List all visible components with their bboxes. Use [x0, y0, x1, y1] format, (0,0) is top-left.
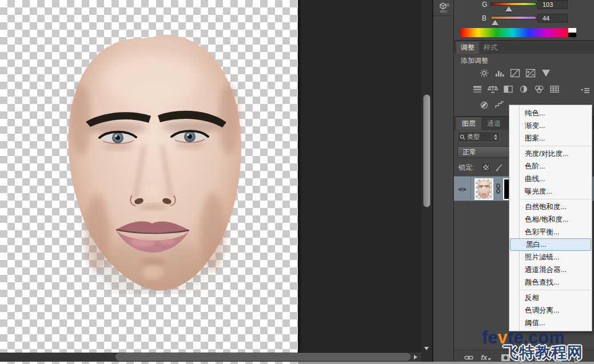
properties-panel-icon[interactable] — [438, 1, 451, 15]
link-layers-icon[interactable] — [463, 353, 475, 362]
black-white-icon[interactable] — [502, 84, 515, 94]
panel-divider — [454, 40, 594, 41]
menu-separator — [520, 290, 591, 290]
tab-layers[interactable]: 图层 — [456, 117, 481, 130]
new-adjustment-layer-menu: 纯色... 渐变... 图案... 亮度/对比度... 色阶... 曲线... … — [509, 105, 592, 331]
color-balance-icon[interactable] — [487, 84, 499, 94]
menu-item-curves[interactable]: 曲线... — [509, 173, 592, 185]
menu-item-levels[interactable]: 色阶... — [509, 160, 592, 173]
face-image — [57, 29, 252, 294]
channel-mixer-icon[interactable] — [533, 84, 545, 94]
tab-styles[interactable]: 样式 — [479, 42, 502, 54]
white-swatch[interactable] — [568, 28, 576, 33]
photoshop-window: G 103 B 44 调整 样式 添加调整 — [0, 0, 594, 364]
document-edge-shadow — [298, 0, 302, 364]
scroll-right-arrow-icon[interactable] — [414, 355, 417, 359]
layer-thumbnail[interactable] — [475, 178, 493, 200]
color-lookup-icon[interactable] — [548, 84, 561, 94]
add-adjustment-label: 添加调整 — [461, 56, 488, 66]
tab-adjustments[interactable]: 调整 — [456, 42, 479, 54]
menu-separator — [520, 146, 591, 146]
fevte-watermark: fevte.com 飞特教程网 — [482, 329, 583, 361]
menu-item-gradient[interactable]: 渐变... — [509, 119, 592, 132]
fevte-tagline-text: 飞特教程网 — [503, 345, 583, 361]
vertical-scrollbar-thumb[interactable] — [423, 94, 430, 207]
collapsed-panel-dock — [433, 0, 453, 364]
menu-item-color-lookup[interactable]: 颜色查找... — [509, 276, 592, 289]
blend-mode-select[interactable]: 正常 — [457, 146, 510, 158]
dock-divider — [433, 15, 454, 16]
blue-channel-label: B — [482, 14, 487, 22]
menu-item-brightness-contrast[interactable]: 亮度/对比度... — [509, 147, 592, 160]
menu-item-photo-filter[interactable]: 照片滤镜... — [509, 251, 592, 263]
horizontal-scrollbar[interactable] — [0, 353, 421, 362]
green-channel-label: G — [482, 1, 487, 9]
menu-item-color-balance[interactable]: 色彩平衡... — [509, 226, 592, 238]
lock-paint-icon[interactable] — [495, 163, 503, 174]
levels-icon[interactable] — [493, 68, 506, 78]
menu-item-invert[interactable]: 反相 — [509, 291, 592, 304]
tab-channels[interactable]: 通道 — [481, 117, 507, 130]
menu-item-vibrance[interactable]: 自然饱和度... — [509, 201, 592, 213]
mask-link-icon[interactable] — [495, 183, 501, 196]
horizontal-scrollbar-thumb[interactable] — [115, 353, 410, 361]
posterize-icon[interactable] — [493, 100, 506, 110]
black-swatch[interactable] — [568, 33, 576, 37]
menu-item-channel-mixer[interactable]: 通道混合器... — [509, 263, 592, 276]
blue-value-field[interactable]: 44 — [537, 14, 568, 23]
panel-menu-icon[interactable] — [581, 86, 591, 93]
scroll-down-arrow-icon[interactable] — [424, 347, 429, 350]
menu-separator — [520, 199, 591, 199]
menu-item-exposure[interactable]: 曝光度... — [509, 185, 592, 198]
green-value-field[interactable]: 103 — [537, 0, 568, 9]
curves-icon[interactable] — [509, 68, 521, 78]
vibrance-icon[interactable] — [540, 68, 552, 78]
layer-filter-select[interactable]: 类型 — [457, 131, 500, 142]
hue-saturation-icon[interactable] — [471, 84, 484, 94]
exposure-icon[interactable] — [524, 68, 537, 78]
menu-item-posterize[interactable]: 色调分离... — [509, 304, 592, 317]
lock-label: 锁定: — [459, 163, 474, 173]
blue-slider[interactable] — [491, 16, 536, 19]
invert-icon[interactable] — [478, 100, 491, 110]
layer-visibility-toggle[interactable] — [454, 177, 471, 202]
menu-item-solid-color[interactable]: 纯色... — [509, 107, 592, 119]
filter-updown-icon — [492, 134, 497, 140]
menu-item-black-white[interactable]: 黑白... — [510, 238, 591, 251]
vertical-scrollbar[interactable] — [421, 0, 433, 364]
layer-filter-label: 类型 — [467, 133, 492, 141]
brightness-contrast-icon[interactable] — [478, 68, 491, 78]
green-slider[interactable] — [491, 2, 536, 6]
eye-icon — [457, 186, 467, 193]
green-slider-thumb[interactable] — [505, 6, 512, 11]
menu-item-hue-saturation[interactable]: 色相/饱和度... — [509, 213, 592, 226]
taskbar-edge — [298, 362, 594, 364]
color-spectrum-bar[interactable] — [461, 28, 568, 37]
blue-slider-thumb[interactable] — [492, 20, 499, 25]
lock-transparency-icon[interactable] — [483, 164, 489, 171]
search-icon — [460, 134, 465, 140]
photo-filter-icon[interactable] — [517, 84, 530, 94]
menu-item-pattern[interactable]: 图案... — [509, 132, 592, 145]
adjustments-tabbar: 调整 样式 — [454, 42, 594, 54]
